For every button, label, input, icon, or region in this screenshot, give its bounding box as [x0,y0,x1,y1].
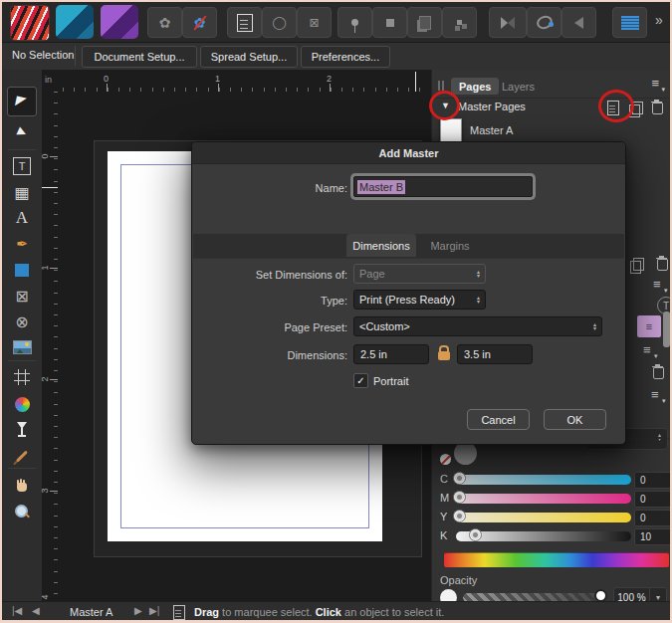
flip-horizontal-button[interactable] [489,7,527,38]
panel-menu-icon[interactable]: ≡ [651,390,659,400]
black-value[interactable]: 10 [634,528,670,545]
document-setup-button[interactable]: Document Setup... [82,46,197,68]
master-a-label: Master A [470,124,513,136]
yellow-slider[interactable] [456,513,631,522]
zoom-tool[interactable] [6,500,38,523]
ruler-cursor-marker [42,187,58,188]
artistic-text-tool[interactable]: A [6,206,38,230]
spread-setup-button[interactable]: Spread Setup... [200,46,298,68]
scatter-button[interactable] [442,7,477,38]
picture-frame-ellipse-tool[interactable]: ⊗ [6,310,38,333]
current-page-name[interactable]: Master A [70,606,112,618]
duplicate-button[interactable] [633,258,644,271]
portrait-checkbox[interactable]: ✓ [353,373,368,388]
width-input[interactable]: 2.5 in [353,344,429,364]
node-arrow-icon: ▶ [15,123,28,138]
ruler-label: 0 [104,74,109,84]
lock-icon[interactable] [438,351,450,360]
cyan-value[interactable]: 0 [634,472,670,489]
yellow-slider-knob[interactable] [453,510,466,522]
delete-button[interactable] [653,367,664,379]
publisher-app-icon[interactable] [10,5,50,41]
designer-app-icon[interactable] [56,5,94,39]
context-toolbar: No Selection Document Setup... Spread Se… [2,43,670,71]
page-list-button[interactable] [173,605,185,620]
panel-scrollbar[interactable] [663,312,670,347]
delete-master-button[interactable] [652,103,663,114]
cyan-slider[interactable] [456,475,631,485]
name-input[interactable]: Master B [353,176,533,197]
x-box-icon: ⊠ [15,287,28,306]
view-tool[interactable] [6,474,38,498]
picture-frame-rect-tool[interactable]: ⊠ [6,284,38,308]
preferences-button[interactable]: Preferences... [301,46,390,68]
rotate-button[interactable] [527,7,561,38]
vertical-ruler: 0 1 2 3 4 [42,92,58,601]
tab-layers[interactable]: Layers [494,78,543,95]
magenta-value[interactable]: 0 [634,491,670,508]
panel-menu-icon[interactable]: ≡ [653,280,661,290]
pin-icon [351,19,358,26]
place-image-tool[interactable] [6,335,38,359]
crop-icon [16,371,29,384]
cyan-slider-knob[interactable] [453,472,466,485]
next-page-button[interactable]: ▶ [134,605,142,616]
ok-button[interactable]: OK [544,409,606,430]
text-ruler-button[interactable] [612,7,647,38]
toolbar-overflow-chevron-icon[interactable]: » [655,12,663,28]
height-input[interactable]: 3.5 in [457,344,533,364]
delete-button[interactable] [657,259,668,271]
table-tool[interactable]: ▦ [6,180,38,204]
magenta-slider[interactable] [456,494,631,504]
vector-fill-tool[interactable] [6,392,38,416]
magenta-slider-knob[interactable] [453,491,466,504]
preflight-icon[interactable]: ✿ [147,7,182,38]
set-dimensions-dropdown[interactable]: Page ▴▾ [353,264,486,284]
name-field-label: Name: [192,182,347,194]
first-page-button[interactable]: |◀ [12,605,22,616]
page-preset-dropdown[interactable]: <Custom> ▴▾ [353,316,602,336]
photo-app-icon[interactable] [101,5,138,39]
tab-pages[interactable]: Pages [451,78,499,95]
rectangle-tool[interactable] [6,258,38,282]
move-tool-selected[interactable]: ◤ [7,87,37,116]
cancel-button[interactable]: Cancel [467,409,530,430]
assets-disabled-icon[interactable]: ✿ [182,7,217,38]
flip-back-button[interactable] [561,7,596,38]
magnifier-icon [15,505,29,519]
rectangle-icon [15,264,29,277]
current-color-swatch[interactable] [454,442,477,465]
type-dropdown[interactable]: Print (Press Ready) ▴▾ [353,290,486,310]
color-spectrum-bar[interactable] [444,552,669,567]
last-page-button[interactable]: ▶| [149,605,159,616]
tab-dimensions[interactable]: Dimensions [346,234,416,257]
square-button[interactable] [372,7,407,38]
black-slider[interactable] [456,531,631,541]
ellipse-tool-icon[interactable]: ◯ [262,7,297,38]
frame-text-tool[interactable]: T [6,154,38,178]
tab-margins[interactable]: Margins [420,234,480,257]
xbox-tool-icon[interactable]: ⊠ [297,7,332,38]
type-label: Type: [192,295,347,307]
panel-menu-icon[interactable]: ≡ [643,345,651,355]
transparency-tool[interactable] [6,418,38,442]
yellow-value[interactable]: 0 [634,510,670,526]
panel-drag-handle-icon[interactable] [438,81,440,91]
pen-tool[interactable]: ✒ [6,232,38,256]
opacity-label: Opacity [440,574,477,586]
pin-button[interactable] [337,7,372,38]
crop-tool[interactable] [6,365,38,389]
group-button[interactable] [407,7,442,38]
previous-page-button[interactable]: ◀ [32,605,40,616]
node-tool[interactable]: ▶ [6,119,38,143]
panel-menu-caret-icon: ▾ [661,86,665,94]
move-cursor-icon: ◤ [15,93,28,109]
color-picker-tool[interactable] [6,444,38,468]
panel-menu-icon[interactable]: ≡ [651,79,659,89]
ruler-label: 1 [215,74,220,84]
no-fill-swatch[interactable] [440,454,451,465]
master-pages-row[interactable]: ▼ Master Pages [432,98,670,117]
black-slider-knob[interactable] [469,528,482,541]
pages-doc-icon[interactable] [227,7,262,38]
selected-style-swatch[interactable]: ≡ [637,315,661,337]
